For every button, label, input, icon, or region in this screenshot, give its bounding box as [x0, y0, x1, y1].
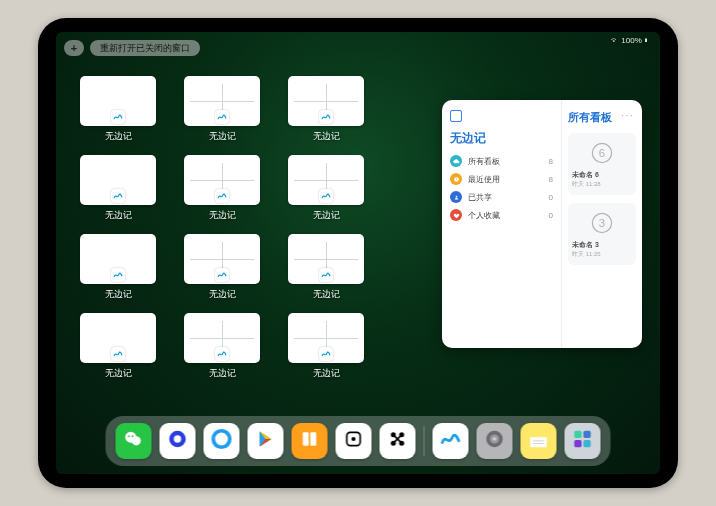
dock-app-play[interactable] — [248, 423, 284, 459]
app-chip-icon — [215, 110, 229, 124]
thumbnail-label: 无边记 — [184, 288, 260, 301]
window-thumbnail[interactable]: 无边记 — [184, 313, 260, 380]
dock-app-freeform[interactable] — [433, 423, 469, 459]
dock — [106, 416, 611, 466]
thumbnail-label: 无边记 — [80, 367, 156, 380]
svg-text:3: 3 — [599, 217, 605, 229]
window-thumbnail[interactable]: 无边记 — [288, 313, 364, 380]
category-name: 已共享 — [468, 192, 543, 203]
people-icon — [450, 191, 462, 203]
top-bar: + 重新打开已关闭的窗口 — [64, 40, 200, 56]
window-thumbnail[interactable]: 无边记 — [288, 76, 364, 143]
svg-rect-14 — [310, 432, 316, 445]
category-row[interactable]: 所有看板8 — [450, 155, 553, 167]
battery-label: 100% — [621, 36, 641, 45]
svg-rect-27 — [574, 431, 581, 438]
dock-separator — [424, 426, 425, 456]
app-chip-icon — [215, 189, 229, 203]
notes-icon — [528, 428, 550, 454]
connect-icon — [388, 429, 408, 453]
wechat-icon — [123, 428, 145, 454]
board-card[interactable]: 3未命名 3昨天 11:25 — [568, 203, 636, 265]
app-chip-icon — [319, 110, 333, 124]
window-thumbnail[interactable]: 无边记 — [184, 76, 260, 143]
new-window-button[interactable]: + — [64, 40, 84, 56]
board-title: 未命名 3 — [572, 240, 632, 250]
thumbnail-label: 无边记 — [184, 130, 260, 143]
dock-app-folder[interactable] — [565, 423, 601, 459]
svg-point-8 — [128, 435, 130, 437]
svg-rect-13 — [303, 432, 309, 445]
panel-right: ··· 所有看板 6未命名 6昨天 11:283未命名 3昨天 11:25 — [562, 100, 642, 348]
window-thumbnail[interactable]: 无边记 — [184, 234, 260, 301]
dice-icon — [344, 429, 364, 453]
app-chip-icon — [111, 347, 125, 361]
category-row[interactable]: 个人收藏0 — [450, 209, 553, 221]
category-name: 个人收藏 — [468, 210, 543, 221]
window-thumbnail[interactable]: 无边记 — [288, 234, 364, 301]
freeform-icon — [440, 428, 462, 454]
more-icon[interactable]: ··· — [621, 108, 634, 122]
category-row[interactable]: 最近使用8 — [450, 173, 553, 185]
thumbnail-label: 无边记 — [288, 209, 364, 222]
app-chip-icon — [111, 110, 125, 124]
settings-icon — [484, 428, 506, 454]
thumbnail-label: 无边记 — [80, 288, 156, 301]
sidebar-toggle-icon[interactable] — [450, 110, 462, 122]
thumbnail-label: 无边记 — [80, 130, 156, 143]
board-sketch: 6 — [588, 139, 616, 167]
dock-app-qqbrowser[interactable] — [204, 423, 240, 459]
thumbnail-label: 无边记 — [288, 367, 364, 380]
board-sketch: 3 — [588, 209, 616, 237]
dock-app-connect[interactable] — [380, 423, 416, 459]
category-count: 0 — [549, 211, 553, 220]
board-subtitle: 昨天 11:28 — [572, 180, 632, 189]
app-chip-icon — [319, 268, 333, 282]
app-chip-icon — [111, 189, 125, 203]
thumbnail-label: 无边记 — [288, 130, 364, 143]
dock-app-books[interactable] — [292, 423, 328, 459]
dock-app-settings[interactable] — [477, 423, 513, 459]
window-thumbnail[interactable]: 无边记 — [80, 313, 156, 380]
window-thumbnail[interactable]: 无边记 — [288, 155, 364, 222]
svg-point-1 — [455, 195, 457, 197]
dock-app-notes[interactable] — [521, 423, 557, 459]
plus-icon: + — [71, 42, 77, 54]
window-thumbnail[interactable]: 无边记 — [80, 155, 156, 222]
window-thumbnail[interactable]: 无边记 — [184, 155, 260, 222]
svg-text:6: 6 — [599, 147, 605, 159]
app-chip-icon — [319, 347, 333, 361]
board-card[interactable]: 6未命名 6昨天 11:28 — [568, 133, 636, 195]
app-chip-icon — [319, 189, 333, 203]
reopen-label: 重新打开已关闭的窗口 — [100, 42, 190, 55]
cloud-icon — [450, 155, 462, 167]
svg-point-12 — [213, 431, 230, 448]
wifi-icon: ᯤ — [611, 36, 619, 45]
status-bar: ᯤ 100% ▮ — [611, 36, 648, 45]
panel-left: 无边记 所有看板8最近使用8已共享0个人收藏0 — [442, 100, 562, 348]
svg-rect-30 — [583, 440, 590, 447]
heart-icon — [450, 209, 462, 221]
svg-rect-28 — [583, 431, 590, 438]
dock-app-quark[interactable] — [160, 423, 196, 459]
sidebar-panel: 无边记 所有看板8最近使用8已共享0个人收藏0 ··· 所有看板 6未命名 6昨… — [442, 100, 642, 348]
board-title: 未命名 6 — [572, 170, 632, 180]
board-subtitle: 昨天 11:25 — [572, 250, 632, 259]
category-count: 8 — [549, 157, 553, 166]
dock-app-dice[interactable] — [336, 423, 372, 459]
window-thumbnail[interactable]: 无边记 — [80, 76, 156, 143]
category-name: 最近使用 — [468, 174, 543, 185]
category-count: 8 — [549, 175, 553, 184]
app-chip-icon — [111, 268, 125, 282]
clock-icon — [450, 173, 462, 185]
dock-app-wechat[interactable] — [116, 423, 152, 459]
thumbnail-label: 无边记 — [80, 209, 156, 222]
window-grid: 无边记无边记无边记无边记无边记无边记无边记无边记无边记无边记无边记无边记 — [80, 76, 420, 380]
category-name: 所有看板 — [468, 156, 543, 167]
window-thumbnail[interactable]: 无边记 — [80, 234, 156, 301]
category-row[interactable]: 已共享0 — [450, 191, 553, 203]
panel-title: 无边记 — [450, 130, 553, 147]
svg-point-9 — [132, 435, 134, 437]
reopen-closed-window-button[interactable]: 重新打开已关闭的窗口 — [90, 40, 200, 56]
screen: ᯤ 100% ▮ + 重新打开已关闭的窗口 无边记无边记无边记无边记无边记无边记… — [56, 32, 660, 474]
